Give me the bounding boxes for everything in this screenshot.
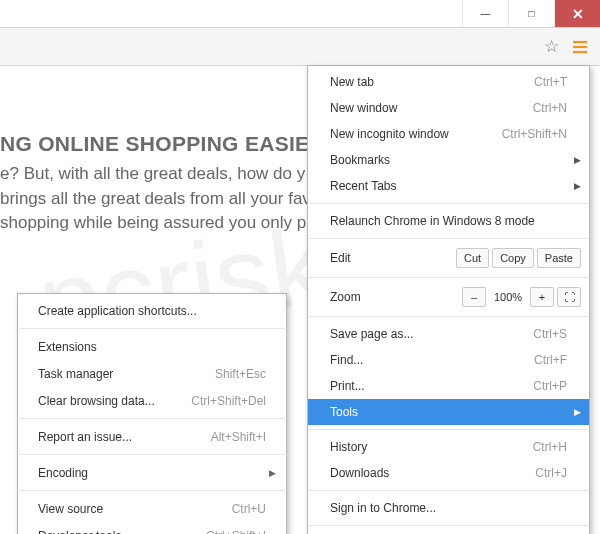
submenu-developer-tools[interactable]: Developer toolsCtrl+Shift+I	[18, 522, 286, 534]
separator	[19, 418, 285, 419]
separator	[309, 525, 588, 526]
submenu-report-issue[interactable]: Report an issue...Alt+Shift+I	[18, 423, 286, 450]
menu-tools[interactable]: Tools▶	[308, 399, 589, 425]
zoom-value: 100%	[489, 287, 527, 307]
separator	[309, 490, 588, 491]
separator	[309, 277, 588, 278]
menu-save-page[interactable]: Save page as...Ctrl+S	[308, 321, 589, 347]
menu-history[interactable]: HistoryCtrl+H	[308, 434, 589, 460]
copy-button[interactable]: Copy	[492, 248, 534, 268]
separator	[309, 429, 588, 430]
edit-label: Edit	[330, 251, 456, 265]
zoom-in-button[interactable]: +	[530, 287, 554, 307]
submenu-extensions[interactable]: Extensions	[18, 333, 286, 360]
window-titlebar: — □ ✕	[0, 0, 600, 28]
tools-submenu: Create application shortcuts... Extensio…	[17, 293, 287, 534]
separator	[309, 238, 588, 239]
menu-new-window[interactable]: New windowCtrl+N	[308, 95, 589, 121]
chevron-right-icon: ▶	[269, 468, 276, 478]
menu-new-tab[interactable]: New tabCtrl+T	[308, 69, 589, 95]
chevron-right-icon: ▶	[574, 155, 581, 165]
window-minimize-button[interactable]: —	[462, 0, 508, 27]
submenu-encoding[interactable]: Encoding▶	[18, 459, 286, 486]
menu-print[interactable]: Print...Ctrl+P	[308, 373, 589, 399]
submenu-task-manager[interactable]: Task managerShift+Esc	[18, 360, 286, 387]
menu-bookmarks[interactable]: Bookmarks▶	[308, 147, 589, 173]
chrome-main-menu: New tabCtrl+T New windowCtrl+N New incog…	[307, 65, 590, 534]
hamburger-menu-icon[interactable]	[566, 33, 594, 61]
zoom-out-button[interactable]: –	[462, 287, 486, 307]
bookmark-star-icon[interactable]: ☆	[538, 34, 564, 60]
menu-settings[interactable]: Settings	[308, 530, 589, 534]
separator	[19, 490, 285, 491]
submenu-clear-data[interactable]: Clear browsing data...Ctrl+Shift+Del	[18, 387, 286, 414]
separator	[19, 454, 285, 455]
menu-zoom-row: Zoom – 100% + ⛶	[308, 282, 589, 312]
zoom-label: Zoom	[330, 290, 462, 304]
menu-downloads[interactable]: DownloadsCtrl+J	[308, 460, 589, 486]
chevron-right-icon: ▶	[574, 407, 581, 417]
fullscreen-button[interactable]: ⛶	[557, 287, 581, 307]
separator	[19, 328, 285, 329]
menu-edit-row: Edit Cut Copy Paste	[308, 243, 589, 273]
browser-toolbar: ☆	[0, 28, 600, 66]
window-maximize-button[interactable]: □	[508, 0, 554, 27]
separator	[309, 203, 588, 204]
menu-signin[interactable]: Sign in to Chrome...	[308, 495, 589, 521]
menu-relaunch-win8[interactable]: Relaunch Chrome in Windows 8 mode	[308, 208, 589, 234]
menu-recent-tabs[interactable]: Recent Tabs▶	[308, 173, 589, 199]
submenu-view-source[interactable]: View sourceCtrl+U	[18, 495, 286, 522]
submenu-create-shortcuts[interactable]: Create application shortcuts...	[18, 297, 286, 324]
separator	[309, 316, 588, 317]
cut-button[interactable]: Cut	[456, 248, 489, 268]
menu-find[interactable]: Find...Ctrl+F	[308, 347, 589, 373]
window-close-button[interactable]: ✕	[554, 0, 600, 27]
paste-button[interactable]: Paste	[537, 248, 581, 268]
chevron-right-icon: ▶	[574, 181, 581, 191]
menu-incognito[interactable]: New incognito windowCtrl+Shift+N	[308, 121, 589, 147]
